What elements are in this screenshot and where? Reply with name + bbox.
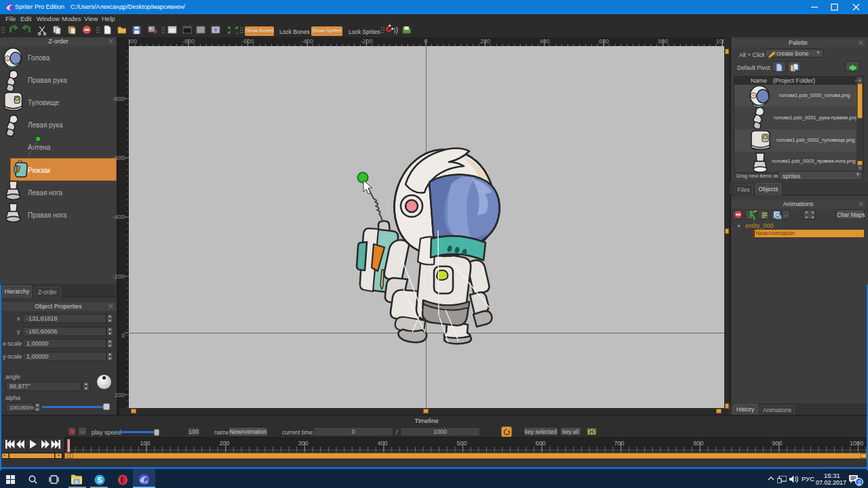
svg-text:1000: 1000 (715, 38, 724, 45)
svg-text:900: 900 (772, 440, 782, 447)
svg-text:1000: 1000 (850, 440, 863, 447)
svg-text:-200: -200 (113, 273, 125, 280)
svg-text:0: 0 (121, 332, 125, 339)
svg-text:S: S (97, 476, 102, 484)
svg-text:400: 400 (377, 440, 387, 447)
svg-text:600: 600 (535, 440, 545, 447)
svg-text:700: 700 (614, 440, 624, 447)
svg-text:200: 200 (219, 440, 229, 447)
svg-text:-400: -400 (113, 214, 125, 220)
svg-text:-600: -600 (113, 155, 125, 161)
svg-text:-1000: -1000 (129, 38, 137, 45)
svg-text:-800: -800 (113, 96, 125, 102)
svg-text:200: 200 (115, 392, 125, 399)
svg-text:100: 100 (140, 440, 150, 447)
svg-text:800: 800 (693, 440, 703, 447)
svg-text:500: 500 (456, 440, 467, 447)
svg-text:300: 300 (298, 440, 308, 447)
